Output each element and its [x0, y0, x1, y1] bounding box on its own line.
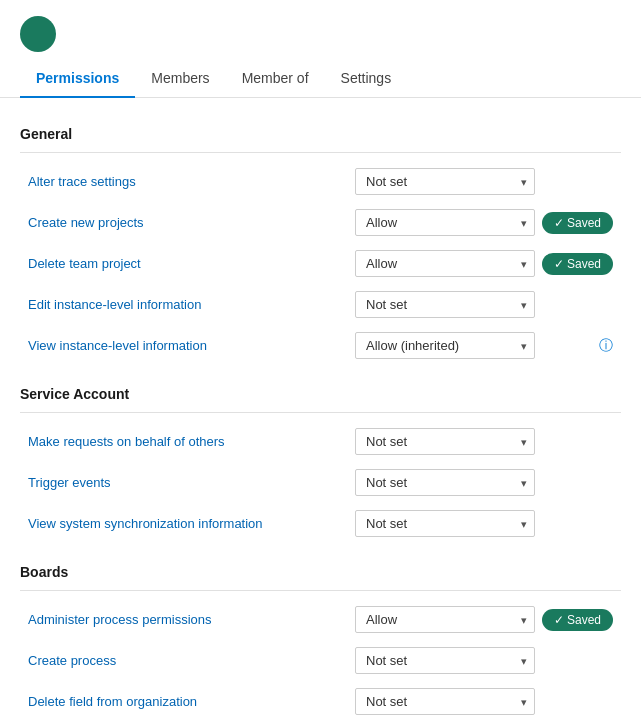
avatar [20, 16, 56, 52]
tab-settings[interactable]: Settings [325, 60, 408, 98]
permission-select[interactable]: Not setAllowDenyAllow (inherited) [355, 647, 535, 674]
permission-label[interactable]: Alter trace settings [28, 174, 347, 189]
permission-select[interactable]: Not setAllowDenyAllow (inherited) [355, 606, 535, 633]
permission-label[interactable]: View instance-level information [28, 338, 347, 353]
permission-label[interactable]: Trigger events [28, 475, 347, 490]
permission-row: Create processNot setAllowDenyAllow (inh… [20, 640, 621, 681]
section-service-account: Service AccountMake requests on behalf o… [20, 374, 621, 544]
row-actions: ✓ Saved [543, 253, 613, 275]
permission-label[interactable]: Delete team project [28, 256, 347, 271]
permission-select-wrapper: Not setAllowDenyAllow (inherited)▾ [355, 469, 535, 496]
permission-label[interactable]: Administer process permissions [28, 612, 347, 627]
permission-select-wrapper: Not setAllowDenyAllow (inherited)▾ [355, 291, 535, 318]
permission-select[interactable]: Not setAllowDenyAllow (inherited) [355, 428, 535, 455]
permission-select-wrapper: Not setAllowDenyAllow (inherited)▾ [355, 688, 535, 715]
tab-permissions[interactable]: Permissions [20, 60, 135, 98]
permission-select-wrapper: Not setAllowDenyAllow (inherited)▾ [355, 647, 535, 674]
tab-members[interactable]: Members [135, 60, 225, 98]
permission-select-wrapper: Not setAllowDenyAllow (inherited)▾ [355, 332, 535, 359]
permission-select-wrapper: Not setAllowDenyAllow (inherited)▾ [355, 428, 535, 455]
permission-select[interactable]: Not setAllowDenyAllow (inherited) [355, 688, 535, 715]
header [0, 0, 641, 60]
permission-select[interactable]: Not setAllowDenyAllow (inherited) [355, 209, 535, 236]
permission-row: View instance-level informationNot setAl… [20, 325, 621, 366]
permission-label[interactable]: Delete field from organization [28, 694, 347, 709]
permission-row: Delete field from organizationNot setAll… [20, 681, 621, 722]
section-divider [20, 152, 621, 153]
permission-select-wrapper: Not setAllowDenyAllow (inherited)▾ [355, 209, 535, 236]
permission-label[interactable]: Create new projects [28, 215, 347, 230]
permission-select[interactable]: Not setAllowDenyAllow (inherited) [355, 510, 535, 537]
permission-label[interactable]: Edit instance-level information [28, 297, 347, 312]
permission-row: View system synchronization informationN… [20, 503, 621, 544]
tab-member-of[interactable]: Member of [226, 60, 325, 98]
permission-select[interactable]: Not setAllowDenyAllow (inherited) [355, 291, 535, 318]
section-divider [20, 590, 621, 591]
nav-tabs: PermissionsMembersMember ofSettings [0, 60, 641, 98]
section-title: Service Account [20, 374, 621, 408]
row-actions: ✓ Saved [543, 609, 613, 631]
permission-select-wrapper: Not setAllowDenyAllow (inherited)▾ [355, 168, 535, 195]
info-icon[interactable]: ⓘ [599, 337, 613, 355]
saved-badge: ✓ Saved [542, 253, 613, 275]
permission-select-wrapper: Not setAllowDenyAllow (inherited)▾ [355, 606, 535, 633]
section-title: General [20, 114, 621, 148]
permission-row: Delete team projectNot setAllowDenyAllow… [20, 243, 621, 284]
permission-select-wrapper: Not setAllowDenyAllow (inherited)▾ [355, 510, 535, 537]
permission-row: Trigger eventsNot setAllowDenyAllow (inh… [20, 462, 621, 503]
section-boards: BoardsAdminister process permissionsNot … [20, 552, 621, 725]
saved-badge: ✓ Saved [542, 609, 613, 631]
section-divider [20, 412, 621, 413]
row-actions: ⓘ [543, 337, 613, 355]
main-content: GeneralAlter trace settingsNot setAllowD… [0, 98, 641, 725]
permission-select[interactable]: Not setAllowDenyAllow (inherited) [355, 250, 535, 277]
permission-select[interactable]: Not setAllowDenyAllow (inherited) [355, 168, 535, 195]
permission-row: Administer process permissionsNot setAll… [20, 599, 621, 640]
permission-select-wrapper: Not setAllowDenyAllow (inherited)▾ [355, 250, 535, 277]
permission-row: Edit instance-level informationNot setAl… [20, 284, 621, 325]
section-general: GeneralAlter trace settingsNot setAllowD… [20, 114, 621, 366]
permission-row: Create new projectsNot setAllowDenyAllow… [20, 202, 621, 243]
permission-row: Make requests on behalf of othersNot set… [20, 421, 621, 462]
section-title: Boards [20, 552, 621, 586]
permission-select[interactable]: Not setAllowDenyAllow (inherited) [355, 469, 535, 496]
row-actions: ✓ Saved [543, 212, 613, 234]
permission-label[interactable]: Create process [28, 653, 347, 668]
permission-row: Alter trace settingsNot setAllowDenyAllo… [20, 161, 621, 202]
permission-label[interactable]: Make requests on behalf of others [28, 434, 347, 449]
permission-select[interactable]: Not setAllowDenyAllow (inherited) [355, 332, 535, 359]
permission-label[interactable]: View system synchronization information [28, 516, 347, 531]
saved-badge: ✓ Saved [542, 212, 613, 234]
